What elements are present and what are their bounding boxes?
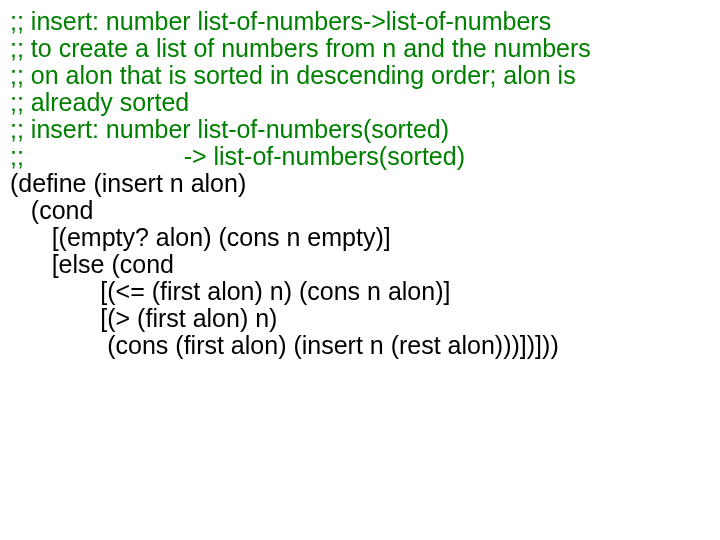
code-line-6: [(> (first alon) n) — [10, 305, 710, 332]
comment-line-6: ;; -> list-of-numbers(sorted) — [10, 143, 710, 170]
comment-line-3: ;; on alon that is sorted in descending … — [10, 62, 710, 89]
code-line-4: [else (cond — [10, 251, 710, 278]
code-line-1: (define (insert n alon) — [10, 170, 710, 197]
code-slide: ;; insert: number list-of-numbers->list-… — [10, 8, 710, 359]
code-line-3: [(empty? alon) (cons n empty)] — [10, 224, 710, 251]
comment-line-1: ;; insert: number list-of-numbers->list-… — [10, 8, 710, 35]
code-line-5: [(<= (first alon) n) (cons n alon)] — [10, 278, 710, 305]
comment-line-2: ;; to create a list of numbers from n an… — [10, 35, 710, 62]
code-line-7: (cons (first alon) (insert n (rest alon)… — [10, 332, 710, 359]
comment-line-4: ;; already sorted — [10, 89, 710, 116]
comment-line-5: ;; insert: number list-of-numbers(sorted… — [10, 116, 710, 143]
code-line-2: (cond — [10, 197, 710, 224]
